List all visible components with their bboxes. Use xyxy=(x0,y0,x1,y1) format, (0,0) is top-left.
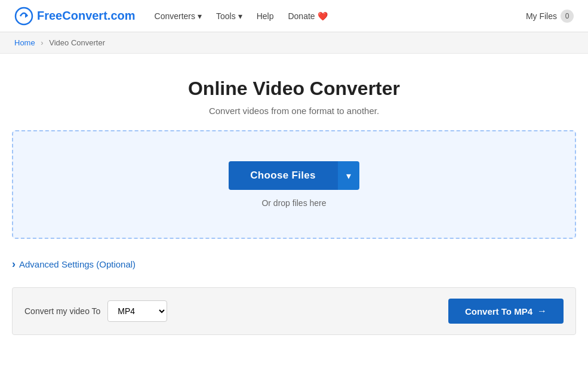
page-subtitle: Convert videos from one format to anothe… xyxy=(12,106,576,116)
choose-files-button[interactable]: Choose Files xyxy=(229,161,337,190)
page-title: Online Video Converter xyxy=(12,78,576,100)
arrow-right-icon: → xyxy=(537,306,547,316)
advanced-settings: Advanced Settings (Optional) xyxy=(12,253,576,275)
svg-point-0 xyxy=(16,8,32,24)
breadcrumb-current: Video Converter xyxy=(49,38,105,47)
drop-zone[interactable]: Choose Files Or drop files here xyxy=(12,130,576,239)
chevron-down-icon xyxy=(238,11,242,21)
convert-bar-left: Convert my video To MP4 AVI MOV MKV WMV … xyxy=(24,300,167,322)
nav-tools[interactable]: Tools xyxy=(216,11,242,21)
main-content: Online Video Converter Convert videos fr… xyxy=(0,54,588,335)
chevron-down-icon xyxy=(346,170,351,182)
chevron-right-icon xyxy=(12,258,16,271)
main-nav: Converters Tools Help Donate ❤️ xyxy=(155,11,526,21)
convert-bar: Convert my video To MP4 AVI MOV MKV WMV … xyxy=(12,287,576,335)
heart-icon: ❤️ xyxy=(318,11,328,21)
logo-text: FreeConvert.com xyxy=(37,9,136,23)
hero-section: Online Video Converter Convert videos fr… xyxy=(12,54,576,130)
drop-text: Or drop files here xyxy=(25,198,563,208)
convert-button[interactable]: Convert To MP4 → xyxy=(448,299,564,324)
convert-label: Convert my video To xyxy=(24,306,100,316)
my-files[interactable]: My Files 0 xyxy=(526,10,574,23)
format-select[interactable]: MP4 AVI MOV MKV WMV FLV WEBM GIF xyxy=(107,300,167,322)
nav-help[interactable]: Help xyxy=(257,11,274,21)
choose-files-dropdown-button[interactable] xyxy=(337,161,359,190)
convert-button-label: Convert To MP4 xyxy=(465,306,532,316)
breadcrumb: Home › Video Converter xyxy=(0,32,588,54)
breadcrumb-separator: › xyxy=(41,38,43,47)
header: FreeConvert.com Converters Tools Help Do… xyxy=(0,0,588,32)
advanced-settings-label: Advanced Settings (Optional) xyxy=(19,259,136,269)
nav-donate[interactable]: Donate ❤️ xyxy=(288,11,327,21)
logo[interactable]: FreeConvert.com xyxy=(14,7,136,26)
logo-icon xyxy=(14,7,33,26)
choose-files-wrapper: Choose Files xyxy=(229,161,359,190)
nav-converters[interactable]: Converters xyxy=(155,11,202,21)
my-files-badge: 0 xyxy=(561,10,574,23)
advanced-settings-toggle[interactable]: Advanced Settings (Optional) xyxy=(12,253,576,275)
breadcrumb-home[interactable]: Home xyxy=(14,38,35,47)
chevron-down-icon xyxy=(198,11,202,21)
